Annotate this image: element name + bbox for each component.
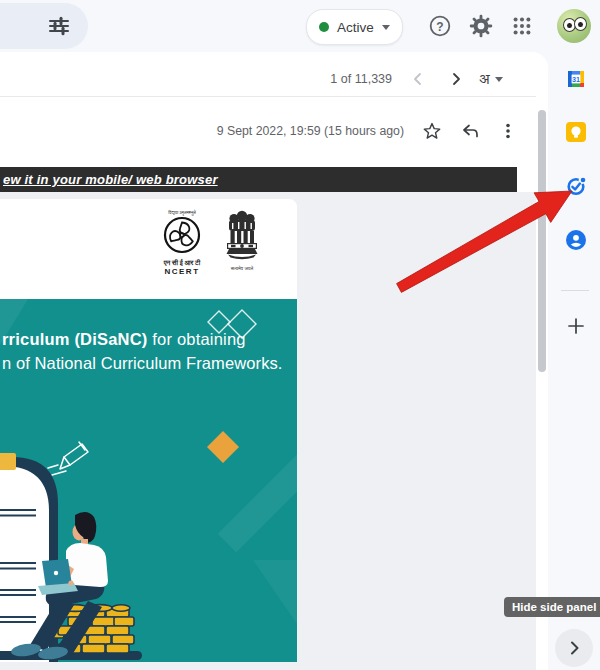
status-label: Active: [337, 20, 374, 35]
ncert-logo: विद्यया ऽमृतमश्नुते एन सी ई आर टी NCERT: [154, 210, 210, 276]
older-email-button[interactable]: [444, 67, 468, 91]
keep-lightbulb-icon: [566, 122, 586, 142]
chevron-down-icon: [382, 25, 390, 30]
hero-heading-rest: for obtaining: [148, 330, 246, 348]
email-date: 9 Sept 2022, 19:59 (15 hours ago): [180, 124, 404, 138]
toolbar-divider: [0, 96, 536, 97]
reply-button[interactable]: [458, 119, 482, 143]
more-options-button[interactable]: [496, 119, 520, 143]
get-addons-button[interactable]: [564, 314, 588, 338]
search-options-button[interactable]: [45, 12, 73, 40]
svg-text:?: ?: [436, 20, 443, 34]
plus-icon: [566, 316, 586, 336]
sidepanel-keep-button[interactable]: [566, 122, 586, 142]
chevron-right-icon: [564, 638, 584, 658]
help-button[interactable]: ?: [426, 12, 454, 40]
google-apps-button[interactable]: [508, 12, 536, 40]
help-icon: ?: [427, 13, 453, 39]
star-button[interactable]: [420, 119, 444, 143]
ncert-name-english: NCERT: [154, 267, 210, 276]
hero-heading-line2: n of National Curriculum Frameworks.: [2, 353, 297, 374]
status-dot: [319, 22, 329, 32]
gmail-window: Active ?: [0, 0, 600, 670]
ncert-swirl-icon: [163, 216, 201, 254]
more-vert-icon: [498, 121, 518, 141]
hero-heading-bold: rriculum (DiSaNC): [2, 330, 148, 348]
tune-icon: [47, 14, 71, 38]
settings-button[interactable]: [467, 12, 495, 40]
pagination-counter: 1 of 11,339: [312, 72, 392, 86]
profile-avatar[interactable]: [557, 9, 591, 43]
ashoka-emblem-icon: [222, 209, 262, 261]
hide-side-panel-tooltip: Hide side panel: [504, 597, 600, 617]
apps-grid-icon: [511, 15, 533, 37]
calendar-day-number: 31: [572, 75, 580, 84]
sidepanel-calendar-button[interactable]: 31: [566, 69, 586, 89]
reply-icon: [460, 121, 480, 141]
chevron-left-icon: [409, 70, 427, 88]
chat-status-selector[interactable]: Active: [306, 9, 403, 45]
hide-side-panel-button[interactable]: [555, 629, 593, 667]
chevron-right-icon: [447, 70, 465, 88]
hero-heading: rriculum (DiSaNC) for obtaining n of Nat…: [2, 329, 297, 374]
calendar-icon: 31: [566, 69, 586, 89]
search-bar[interactable]: [0, 3, 88, 49]
emblem-caption: सत्यमेव जयते: [218, 266, 266, 272]
red-annotation-arrow: [390, 182, 580, 297]
view-in-browser-link[interactable]: ew it in your mobile/ web browser: [0, 172, 218, 187]
newer-email-button[interactable]: [406, 67, 430, 91]
ncert-name-hindi: एन सी ई आर टी: [154, 259, 210, 267]
translate-glyph: अ: [479, 67, 490, 91]
side-panel: [548, 52, 600, 670]
gear-icon: [468, 13, 494, 39]
avatar-eye: [574, 17, 587, 31]
india-emblem: सत्यमेव जयते: [218, 209, 266, 272]
chevron-down-icon: [495, 77, 503, 82]
translate-button[interactable]: अ: [479, 67, 515, 91]
star-icon: [422, 121, 442, 141]
email-hero-image: rriculum (DiSaNC) for obtaining n of Nat…: [0, 299, 297, 662]
